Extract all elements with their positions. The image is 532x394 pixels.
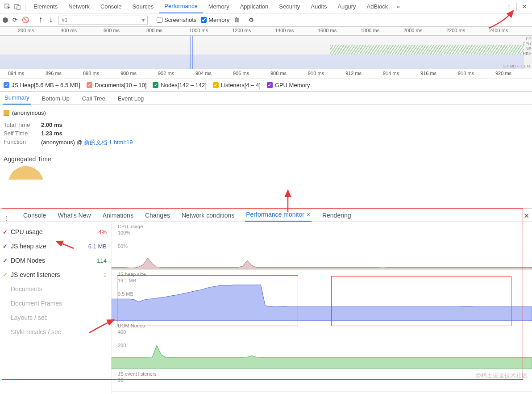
- chart-cpu-usage: CPU usage100%50%: [112, 222, 532, 270]
- clear-icon[interactable]: 🚫: [22, 17, 29, 23]
- tab-augury[interactable]: Augury: [332, 0, 361, 13]
- settings-gear-icon[interactable]: ⚙: [249, 17, 254, 23]
- drawer-tab-what's-new[interactable]: What's New: [57, 209, 91, 222]
- drawer-tab-console[interactable]: Console: [22, 209, 47, 222]
- tab-security[interactable]: Security: [274, 0, 305, 13]
- legend-gpu-memory[interactable]: ✓GPU Memory: [267, 82, 310, 88]
- tab-adblock[interactable]: AdBlock: [362, 0, 394, 13]
- perfmon-metrics-list: ✓CPU usage4%✓JS heap size6.1 MB✓DOM Node…: [0, 222, 112, 394]
- tab-performance[interactable]: Performance: [159, 0, 203, 13]
- drawer-tab-performance-monitor[interactable]: Performance monitor✕: [245, 208, 312, 222]
- more-tabs-icon[interactable]: »: [393, 2, 403, 12]
- tab-memory[interactable]: Memory: [203, 0, 235, 13]
- chart-js-heap-size: JS heap size19.1 MB9.5 MB: [112, 270, 532, 321]
- gc-icon[interactable]: 🗑: [234, 17, 240, 23]
- aggregated-time-pie: [4, 166, 48, 180]
- devtools-top-toolbar: ElementsNetworkConsoleSourcesPerformance…: [0, 0, 532, 13]
- inspect-icon[interactable]: [3, 2, 12, 12]
- subtab-call-tree[interactable]: Call Tree: [80, 92, 107, 105]
- device-toggle-icon[interactable]: [12, 2, 22, 12]
- close-devtools-icon[interactable]: ✕: [520, 2, 529, 12]
- legend-documents[interactable]: ✓Documents[10 – 10]: [87, 82, 146, 88]
- drawer-close-icon[interactable]: ✕: [524, 212, 529, 220]
- metric-js-event-listeners[interactable]: ✓JS event listeners2: [0, 268, 111, 282]
- kebab-menu-icon[interactable]: ⋮: [504, 2, 514, 12]
- metric-layouts-sec[interactable]: Layouts / sec: [0, 310, 111, 325]
- tab-audits[interactable]: Audits: [305, 0, 332, 13]
- metric-style-recalcs-sec[interactable]: Style recalcs / sec: [0, 325, 111, 339]
- self-time-value: 1.23 ms: [41, 130, 62, 137]
- record-button[interactable]: [3, 17, 8, 23]
- reload-record-icon[interactable]: ⟳: [12, 17, 17, 23]
- memory-checkbox[interactable]: Memory: [201, 17, 229, 23]
- drawer-menu-icon[interactable]: ⋮: [4, 214, 12, 222]
- aggregated-time-heading: Aggregated Time: [4, 155, 528, 163]
- metric-js-heap-size[interactable]: ✓JS heap size6.1 MB: [0, 239, 111, 253]
- load-profile-icon[interactable]: ⭡: [38, 17, 44, 23]
- tab-application[interactable]: Application: [235, 0, 274, 13]
- legend-js-heap[interactable]: ✓JS Heap[5.6 MB – 6.5 MB]: [4, 82, 80, 88]
- tab-console[interactable]: Console: [95, 0, 127, 13]
- timeline-overview[interactable]: FPCPUNEHEA 5.4 MB – 7.1 M: [0, 36, 532, 69]
- performance-toolbar: ⟳ 🚫 ⭡ ⭣ #1▾ Screenshots Memory 🗑 ⚙: [0, 13, 532, 27]
- memory-legend: ✓JS Heap[5.6 MB – 6.5 MB]✓Documents[10 –…: [0, 79, 532, 92]
- legend-nodes[interactable]: ✓Nodes[142 – 142]: [153, 82, 207, 88]
- legend-listeners[interactable]: ✓Listeners[4 – 4]: [213, 82, 261, 88]
- screenshots-checkbox[interactable]: Screenshots: [157, 17, 196, 23]
- close-tab-icon[interactable]: ✕: [306, 212, 311, 218]
- heap-range-label: 5.4 MB – 7.1 M: [503, 64, 530, 68]
- metric-cpu-usage[interactable]: ✓CPU usage4%: [0, 225, 111, 239]
- tab-network[interactable]: Network: [63, 0, 95, 13]
- drawer-tab-animations[interactable]: Animations: [102, 209, 134, 222]
- chart-dom-nodes: DOM Nodes400200: [112, 321, 532, 369]
- overview-ruler: 200 ms400 ms600 ms800 ms1000 ms1200 ms14…: [0, 27, 532, 36]
- svg-rect-2: [17, 6, 20, 9]
- profile-selector[interactable]: #1▾: [58, 16, 148, 25]
- subtab-event-log[interactable]: Event Log: [116, 92, 146, 105]
- drawer: ⋮ ConsoleWhat's NewAnimationsChangesNetw…: [0, 208, 532, 394]
- detail-ruler: 894 ms896 ms898 ms900 ms902 ms904 ms906 …: [0, 69, 532, 79]
- drawer-tabs: ⋮ ConsoleWhat's NewAnimationsChangesNetw…: [0, 209, 532, 222]
- watermark: @稀土掘金技术社区: [475, 372, 528, 380]
- drawer-tab-changes[interactable]: Changes: [144, 209, 171, 222]
- metric-dom-nodes[interactable]: ✓DOM Nodes114: [0, 253, 111, 268]
- details-tabs: SummaryBottom-UpCall TreeEvent Log: [0, 92, 532, 105]
- category-color-swatch: [4, 110, 9, 116]
- subtab-summary[interactable]: Summary: [3, 92, 31, 105]
- metric-document-frames[interactable]: Document Frames: [0, 296, 111, 310]
- tab-sources[interactable]: Sources: [127, 0, 159, 13]
- save-profile-icon[interactable]: ⭣: [48, 17, 54, 23]
- source-link[interactable]: 新的文档 1.html:19: [84, 139, 133, 146]
- function-name: (anonymous): [12, 109, 46, 116]
- tab-elements[interactable]: Elements: [28, 0, 63, 13]
- subtab-bottom-up[interactable]: Bottom-Up: [40, 92, 71, 105]
- summary-pane: (anonymous) Total Time2.00 ms Self Time1…: [0, 105, 532, 184]
- chart-js-event-listeners: JS event listeners20: [112, 369, 532, 392]
- metric-documents[interactable]: Documents: [0, 282, 111, 296]
- drawer-tab-rendering[interactable]: Rendering: [321, 209, 352, 222]
- perfmon-charts: CPU usage100%50%JS heap size19.1 MB9.5 M…: [112, 222, 532, 394]
- total-time-value: 2.00 ms: [41, 122, 62, 128]
- drawer-tab-network-conditions[interactable]: Network conditions: [181, 209, 235, 222]
